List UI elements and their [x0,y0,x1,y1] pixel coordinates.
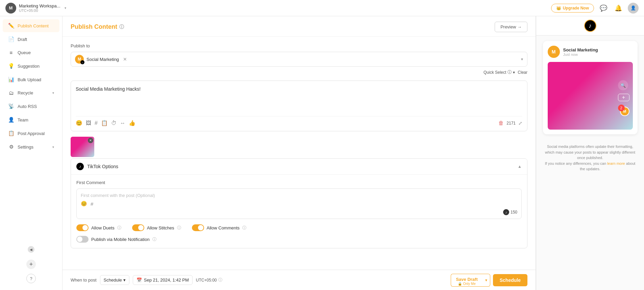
sidebar-item-team[interactable]: 👤 Team [3,113,59,126]
save-draft-button[interactable]: Save Draft 🔒 Only Me [451,274,482,287]
user-avatar[interactable]: 👤 [628,3,639,14]
help-button[interactable]: ? [26,274,36,283]
caption-input[interactable]: Social Media Marketing Hacks! [76,86,522,113]
allow-comments-toggle[interactable] [192,224,204,231]
sidebar-item-recycle[interactable]: 🗂 Recycle ▾ [3,87,59,99]
hashtag-icon[interactable]: # [95,120,98,126]
messages-icon[interactable]: 💬 [598,3,609,14]
title-help-icon[interactable]: ⓘ [119,24,124,30]
media-thumbnail[interactable]: ✕ [71,137,94,157]
allow-comments-help-icon[interactable]: ⓘ [242,225,246,231]
workspace-chevron-icon[interactable]: ▾ [65,6,66,10]
preview-video: M 🔍 + 2 [548,62,633,130]
settings-chevron-icon: ▾ [52,145,54,149]
first-comment-box: First comment with the post (Optional) 😊… [76,188,522,219]
preview-tabs: ♪ [536,16,644,36]
recycle-icon: 🗂 [8,90,14,96]
publish-to-label: Publish to [71,43,527,48]
add-button[interactable]: + [26,260,36,269]
topbar: M Marketing Workspa... UTC+05:00 ▾ 👑 Upg… [0,0,644,16]
preview-user-avatar: M [548,46,560,58]
preview-video-overlay: 🔍 + 2 [618,80,629,111]
preview-tiktok-tab[interactable]: ♪ [584,20,596,32]
tiktok-chevron-icon: ▲ [518,164,522,169]
sidebar-item-queue[interactable]: ≡ Queue [3,46,59,59]
sidebar-item-draft[interactable]: 📄 Draft [3,33,59,46]
publish-notification-help-icon[interactable]: ⓘ [152,237,156,242]
char-count: 2171 [506,121,516,126]
sidebar-item-label-post-approval: Post Approval [18,131,54,136]
tz-help-icon[interactable]: ⓘ [218,277,222,283]
quick-select-chevron-icon: ▾ [513,70,515,75]
preview-note-text: Social media platforms often update thei… [545,144,635,160]
learn-more-link[interactable]: learn more [607,161,625,165]
fc-emoji-icon[interactable]: 😊 [81,201,87,207]
tiktok-options-header[interactable]: ♪ TikTok Options ▲ [71,159,527,175]
sidebar-item-settings[interactable]: ⚙ Settings ▾ [3,140,59,153]
workspace-tz: UTC+05:00 [19,8,60,13]
arrows-icon[interactable]: ↔ [120,120,125,126]
date-selector[interactable]: 📅 Sep 21, 2024, 1:42 PM [133,275,193,285]
save-draft-dropdown-button[interactable]: ▾ [482,274,490,287]
fc-hashtag-icon[interactable]: # [91,201,93,207]
workspace-name: Marketing Workspa... [19,3,60,8]
clear-button[interactable]: Clear [518,70,527,75]
topbar-left: M Marketing Workspa... UTC+05:00 ▾ [5,3,66,14]
preview-panel: ♪ M Social Marketing Just now M 🔍 + [536,16,644,290]
allow-duets-label: Allow Duets [91,225,115,230]
emoji-icon[interactable]: 😊 [76,120,82,126]
schedule-label: Schedule [104,277,122,283]
media-row: ✕ [71,137,527,157]
preview-user-info: Social Marketing Just now [563,47,598,57]
publish-notification-toggle[interactable] [76,236,89,243]
media-thumb-close-icon[interactable]: ✕ [88,138,93,143]
upgrade-button[interactable]: 👑 Upgrade Now [551,4,594,13]
when-to-post: When to post Schedule ▾ 📅 Sep 21, 2024, … [71,275,222,285]
schedule-dropdown[interactable]: Schedule ▾ [100,275,129,285]
bottom-bar: When to post Schedule ▾ 📅 Sep 21, 2024, … [63,270,536,290]
notifications-icon[interactable]: 🔔 [613,3,624,14]
save-draft-label: Save Draft [456,277,477,282]
trash-icon[interactable]: 🗑 [498,120,504,126]
schedule-button[interactable]: Schedule [493,274,527,286]
main-panel: Publish Content ⓘ Preview → Publish to M… [63,16,536,290]
pv-search-icon: 🔍 [618,80,628,90]
timer-icon[interactable]: ⏱ [111,120,117,126]
tiktok-logo-icon: ♪ [76,163,84,170]
save-icon[interactable]: 📋 [101,120,108,126]
hand-icon[interactable]: 👍 [129,120,135,126]
sidebar-item-label-settings: Settings [18,144,49,150]
allow-stitches-knob [138,225,144,230]
allow-stitches-toggle[interactable] [132,224,144,231]
first-comment-char-limit: 150 [511,210,517,215]
sidebar-item-auto-rss[interactable]: 📡 Auto RSS [3,100,59,113]
when-to-post-label: When to post [71,277,97,283]
allow-stitches-help-icon[interactable]: ⓘ [177,225,181,231]
sidebar-item-post-approval[interactable]: 📋 Post Approval [3,127,59,140]
quick-select-label[interactable]: Quick Select ⓘ ▾ [484,69,515,75]
sidebar-item-label-bulk-upload: Bulk Upload [18,77,54,82]
sidebar: ✏️ Publish Content 📄 Draft ≡ Queue 💡 Sug… [0,16,63,290]
queue-icon: ≡ [8,50,14,55]
allow-duets-help-icon[interactable]: ⓘ [117,225,121,231]
allow-duets-toggle[interactable] [76,224,89,231]
image-icon[interactable]: 🖼 [86,120,91,126]
first-comment-label: First Comment [76,180,522,185]
sidebar-item-bulk-upload[interactable]: 📊 Bulk Upload [3,73,59,86]
draft-icon: 📄 [8,36,14,42]
schedule-chevron-icon: ▾ [123,277,126,283]
preview-button[interactable]: Preview → [495,22,527,32]
sidebar-item-suggestion[interactable]: 💡 Suggestion [3,60,59,72]
main-panel-header: Publish Content ⓘ Preview → [63,16,536,37]
tiktok-platform-badge: ♪ [80,60,84,64]
expand-icon[interactable]: ⤢ [518,120,522,126]
settings-icon: ⚙ [8,144,14,150]
first-comment-toolbar: 😊 # [81,201,517,207]
collapse-sidebar-button[interactable]: ◀ [28,246,34,253]
sidebar-item-publish[interactable]: ✏️ Publish Content [3,19,59,32]
account-selector[interactable]: M ♪ Social Marketing ✕ ▾ [71,52,527,67]
account-chip-close-icon[interactable]: ✕ [123,57,127,62]
publish-icon: ✏️ [8,23,14,29]
topbar-right: 👑 Upgrade Now 💬 🔔 👤 [551,3,639,14]
caption-toolbar: 😊 🖼 # 📋 ⏱ ↔ 👍 🗑 2171 ⤢ [76,116,522,126]
